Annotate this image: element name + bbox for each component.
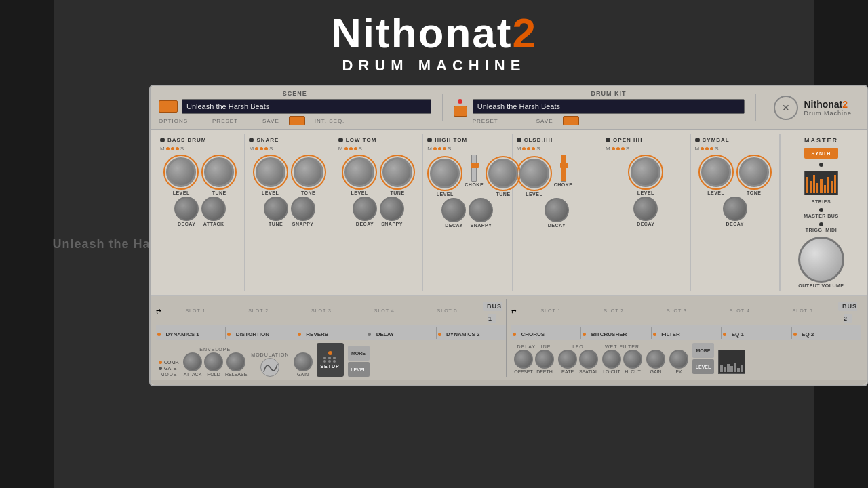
ht-dot3 [443, 147, 446, 150]
lt-tune-ring [380, 155, 415, 190]
bus2-eq2-name: EQ 2 [802, 331, 814, 338]
spatial-knob[interactable] [579, 350, 598, 369]
ohh-level-knob[interactable] [631, 157, 660, 187]
bus2-eq2[interactable]: EQ 2 [792, 327, 861, 339]
bd-level-knob[interactable] [166, 157, 196, 187]
logo-text-block: Nithonat2 Drum Machine [804, 99, 852, 117]
bus2-chorus[interactable]: CHORUS [511, 327, 581, 339]
hi-cut-knob[interactable] [623, 350, 642, 369]
level-btn-b1[interactable]: LEVEL [348, 362, 370, 377]
ht-dot [427, 138, 432, 142]
bus1-dynamics1[interactable]: DYNAMICS 1 [156, 327, 226, 339]
scene-save-btn[interactable] [289, 116, 305, 125]
chh-choke-fader[interactable] [561, 155, 566, 182]
output-vol-container: OUTPUT VOLUME [798, 237, 844, 288]
modulation-label: MODULATION [251, 352, 289, 357]
synth-dot [819, 163, 823, 167]
scene-text-field[interactable] [182, 99, 431, 114]
more-btn-b2[interactable]: MORE [692, 343, 714, 358]
cym-level-knob[interactable] [701, 157, 731, 187]
bus2-bitcrusher[interactable]: BITCRUSHER [581, 327, 651, 339]
ht-snappy-knob[interactable] [469, 198, 493, 222]
lo-cut-knob[interactable] [602, 350, 621, 369]
sn-tone-knob[interactable] [294, 157, 323, 187]
cym-dot3 [710, 147, 713, 150]
header: Nithonat2 DRUM MACHINE [0, 0, 868, 85]
bd-decay-knob[interactable] [174, 197, 199, 221]
bus1-dynamics2[interactable]: DYNAMICS 2 [437, 327, 506, 339]
lt-snappy-container: SNAPPY [380, 197, 404, 226]
bass-drum-knobs-2: DECAY ATTACK [160, 197, 240, 226]
ohh-ms: M S [606, 146, 686, 152]
bus1-dist-name: DISTORTION [236, 331, 269, 338]
lt-level-knob[interactable] [344, 157, 374, 187]
depth-knob[interactable] [535, 350, 554, 369]
synth-btn[interactable]: SYNTH [804, 148, 838, 159]
master-bus-dot [819, 208, 823, 212]
ht-choke-fader[interactable] [471, 155, 477, 182]
output-knob[interactable] [798, 237, 844, 283]
mod-knob-display[interactable] [260, 358, 279, 377]
lt-tune-knob[interactable] [382, 157, 412, 187]
plugin-ui: SCENE OPTIONS PRESET SAVE INT. SEQ. DRUM… [149, 85, 868, 386]
setup-btn[interactable]: SETUP [317, 343, 344, 377]
ohh-decay-container: DECAY [633, 197, 658, 226]
release-ctrl: RELEASE [225, 352, 247, 377]
scene-options-btn[interactable] [159, 100, 178, 113]
bd-tune-knob[interactable] [204, 157, 234, 187]
bus1-slot4-label: SLOT 4 [353, 308, 416, 314]
lt-decay-knob[interactable] [353, 197, 377, 221]
save-label-dk: SAVE [536, 118, 553, 124]
cym-decay-knob[interactable] [723, 197, 747, 221]
level-btn-b2[interactable]: LEVEL [692, 359, 714, 374]
fx-main-row: ⇄ SLOT 1 SLOT 2 SLOT 3 SLOT 4 SLOT 5 [156, 299, 861, 377]
bus1-rev-dot [298, 333, 301, 336]
bus2-bus-label-container: BUS 2 [834, 299, 861, 323]
dk-save-btn[interactable] [563, 116, 579, 125]
bus2-filter[interactable]: FILTER [652, 327, 722, 339]
ht-level-knob[interactable] [430, 159, 460, 188]
sn-tune-knob[interactable] [264, 197, 288, 221]
attack-knob[interactable] [183, 352, 202, 371]
bus1-delay[interactable]: DELAY [366, 327, 436, 339]
sn-snappy-knob[interactable] [291, 197, 315, 221]
setup-dots-grid [323, 357, 337, 363]
hold-knob[interactable] [204, 352, 223, 371]
sn-level-knob[interactable] [256, 157, 285, 187]
bus1-distortion[interactable]: DISTORTION [226, 327, 296, 339]
snare-section: SNARE M S LEVEL [245, 134, 334, 291]
more-btn-b1[interactable]: MORE [348, 346, 370, 361]
bus1-d1-name: DYNAMICS 1 [165, 331, 199, 338]
offset-knob[interactable] [514, 350, 533, 369]
chh-level-knob[interactable] [519, 159, 549, 188]
int-seq-btn[interactable] [454, 106, 467, 117]
logo-icon: ✕ [774, 96, 798, 120]
rate-knob[interactable] [558, 350, 577, 369]
sn-level-ring [253, 155, 288, 190]
rate-ctrl: RATE [558, 350, 577, 374]
master-bus-label: MASTER BUS [804, 214, 838, 218]
comp-gate: COMP. GATE [159, 360, 179, 371]
gain-knob-b1[interactable] [294, 352, 313, 371]
ohh-knobs-1: LEVEL [606, 155, 686, 195]
release-knob[interactable] [226, 352, 245, 371]
chh-decay-knob[interactable] [545, 198, 569, 222]
preset-label-scene: PRESET [212, 118, 238, 124]
fx-knob-b2[interactable] [669, 350, 688, 369]
save-label-scene: SAVE [262, 118, 279, 124]
bus1-fx: ⇄ SLOT 1 SLOT 2 SLOT 3 SLOT 4 SLOT 5 [156, 299, 507, 377]
bus1-reverb[interactable]: REVERB [296, 327, 366, 339]
lt-snappy-knob[interactable] [380, 197, 404, 221]
cym-knobs-1: LEVEL TONE [695, 155, 775, 195]
cym-tone-knob[interactable] [739, 157, 769, 187]
drum-kit-text-field[interactable] [473, 99, 745, 114]
gain-knob-b2[interactable] [646, 350, 665, 369]
ht-tune-knob[interactable] [488, 159, 518, 188]
ht-decay-knob[interactable] [441, 198, 466, 222]
synth-btn-container: SYNTH [804, 148, 838, 167]
ohh-decay-knob[interactable] [633, 197, 658, 221]
bus2-cho-dot [513, 333, 516, 336]
ht-tune-label: TUNE [496, 192, 511, 197]
bd-attack-knob[interactable] [201, 197, 226, 221]
bus2-eq1[interactable]: EQ 1 [722, 327, 791, 339]
